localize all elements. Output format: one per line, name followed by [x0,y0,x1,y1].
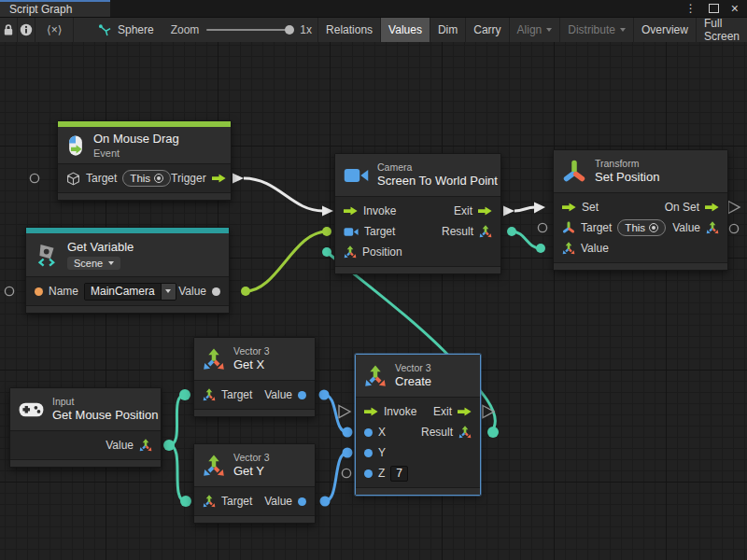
port-target[interactable]: Target [203,495,252,508]
chevron-down-icon [620,28,626,32]
node-get-mouse-position[interactable]: Input Get Mouse Position Value [9,387,162,468]
overview-button[interactable]: Overview [633,18,696,42]
close-icon[interactable]: × [731,2,739,15]
port-x[interactable]: X [364,426,386,439]
port-position[interactable]: Position [344,245,402,259]
port-row: Position [335,242,500,262]
port-y[interactable]: Y [364,446,386,459]
variable-name-dropdown[interactable]: MainCamera [84,283,176,301]
node-screen-to-world-point[interactable]: Camera Screen To World Point Invoke Exit [334,153,501,274]
carry-button[interactable]: Carry [465,18,508,42]
wire-variable-to-camera-target[interactable] [246,231,327,291]
unconnected-flow-indicator[interactable] [728,202,740,214]
node-vector3-get-x[interactable]: Vector 3 Get X Target Value [193,337,316,417]
this-target-button[interactable]: This [122,170,171,187]
port-label: Value [106,439,134,452]
port-value-in[interactable]: Value [562,242,609,255]
port-exit[interactable]: Exit [454,204,492,217]
distribute-dropdown[interactable]: Distribute [559,18,633,42]
node-footer [194,409,315,416]
relations-button[interactable]: Relations [317,18,380,42]
script-graph-window: Script Graph ⋮ × ⟨×⟩ Sphere Zoom 1x Re [0,0,747,560]
float-port-dot[interactable] [364,428,373,437]
wire-trigger-to-invoke[interactable] [244,178,323,211]
tab-script-graph[interactable]: Script Graph [0,0,110,17]
menu-icon[interactable]: ⋮ [685,3,697,14]
wire-getx-to-x[interactable] [324,395,347,432]
dim-button[interactable]: Dim [430,18,465,42]
align-dropdown[interactable]: Align [509,18,560,42]
float-port-dot[interactable] [364,449,373,457]
float-port-dot[interactable] [298,391,306,399]
maximize-icon[interactable] [709,4,719,13]
full-screen-button[interactable]: Full Screen [696,18,747,42]
unconnected-port-indicator[interactable] [538,223,546,231]
graph-breadcrumb[interactable]: Sphere [87,18,165,42]
zoom-slider[interactable] [206,29,292,31]
wire-exit-to-set[interactable] [514,207,535,211]
object-port-dot[interactable] [212,287,220,296]
port-target[interactable]: Target This [66,170,171,187]
wire-mouseposition-to-getx[interactable] [169,395,185,445]
code-icon: ⟨×⟩ [47,23,62,36]
wire-result-to-transform-value[interactable] [512,231,541,248]
port-result[interactable]: Result [421,426,472,439]
port-on-set[interactable]: On Set [665,201,719,214]
variable-icon [35,243,59,267]
port-result[interactable]: Result [442,225,492,238]
port-row: Invoke Exit [335,201,500,221]
node-on-mouse-drag[interactable]: On Mouse Drag Event Target This T [57,120,232,201]
port-value[interactable]: Value [178,285,220,298]
unconnected-port-indicator[interactable] [5,287,13,295]
port-dot [322,247,331,257]
port-target[interactable]: Target [203,388,252,401]
node-set-position[interactable]: Transform Set Position Set On Set [553,149,728,271]
this-target-button[interactable]: This [617,219,666,236]
unconnected-port-indicator[interactable] [729,224,738,232]
camera-icon [344,227,359,237]
values-button[interactable]: Values [380,18,430,42]
string-port-dot[interactable] [35,287,43,296]
port-invoke[interactable]: Invoke [344,204,396,217]
node-vector3-create[interactable]: Vector 3 Create Invoke Exit [355,354,481,496]
port-label: Result [421,426,453,439]
zoom-slider-knob[interactable] [285,25,294,35]
port-dot [179,389,190,400]
port-z[interactable]: Z 7 [364,466,408,482]
scope-label: Scene [74,258,103,269]
values-label: Values [388,23,422,36]
node-vector3-get-y[interactable]: Vector 3 Get Y Target Value [193,443,316,524]
port-row: Target Value [194,385,315,405]
port-exit[interactable]: Exit [433,405,472,418]
dropdown-arrow [161,284,176,300]
lock-icon [2,23,15,36]
port-value[interactable]: Value [264,388,306,401]
port-row: Target This Value [554,217,727,238]
graph-canvas[interactable]: On Mouse Drag Event Target This T [0,42,747,560]
float-port-dot[interactable] [298,497,306,506]
port-value[interactable]: Value [264,495,306,508]
node-get-variable[interactable]: Get Variable Scene Name MainCamera [25,227,230,314]
port-name[interactable]: Name MainCamera [35,283,176,301]
unconnected-flow-indicator[interactable] [339,406,350,418]
port-value-out[interactable]: Value [672,221,719,234]
port-set[interactable]: Set [562,201,599,214]
info-button[interactable] [18,18,35,42]
port-trigger[interactable]: Trigger [171,172,226,185]
node-title: Screen To World Point [377,174,498,189]
node-title: Get Y [233,464,270,479]
unconnected-port-indicator[interactable] [342,469,350,477]
variable-scope-dropdown[interactable]: Scene [67,257,120,270]
port-dot [319,390,330,400]
lock-button[interactable] [0,18,18,42]
unconnected-port-indicator[interactable] [30,174,38,182]
port-target[interactable]: Target [344,225,395,238]
port-value[interactable]: Value [106,439,152,452]
z-value-field[interactable]: 7 [390,466,408,482]
float-port-dot[interactable] [364,469,373,478]
code-preview-button[interactable]: ⟨×⟩ [35,18,74,42]
port-target[interactable]: Target This [562,219,666,236]
wire-mouseposition-to-gety[interactable] [169,445,186,501]
port-row: Value [10,435,161,455]
port-invoke[interactable]: Invoke [364,405,416,418]
